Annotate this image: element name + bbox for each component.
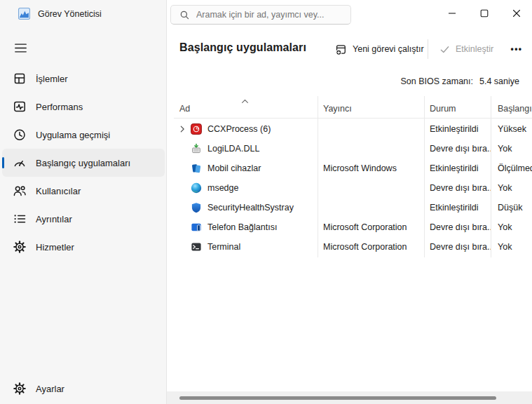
run-new-task-button[interactable]: Yeni görevi çalıştır: [328, 39, 431, 60]
impact-cell: Yok: [491, 183, 532, 193]
chevron-spacer: [177, 241, 188, 252]
table-header-row: AdYayıncıDurumBaşlangıç etkisi: [174, 96, 532, 119]
sidebar-item-label: Kullanıcılar: [36, 186, 81, 196]
table-row[interactable]: TerminalMicrosoft CorporationDevre dışı …: [174, 237, 532, 257]
app-name: Mobil cihazlar: [207, 163, 261, 173]
horizontal-scrollbar-track[interactable]: [167, 391, 532, 404]
search-input[interactable]: [196, 10, 336, 20]
app-name: SecurityHealthSystray: [207, 203, 294, 213]
close-icon: [512, 9, 521, 18]
app-name: Telefon Bağlantısı: [207, 222, 277, 232]
table-header-underline: [174, 118, 532, 119]
minimize-button[interactable]: [436, 0, 468, 27]
impact-cell: Yüksek: [491, 124, 532, 134]
app-name: Terminal: [207, 242, 240, 252]
settings-icon: [13, 382, 27, 396]
terminal-icon: [191, 241, 202, 252]
sidebar-item-users[interactable]: Kullanıcılar: [2, 177, 165, 205]
run-new-task-label: Yeni görevi çalıştır: [353, 44, 424, 54]
mobile-devices-icon: [191, 163, 202, 174]
close-button[interactable]: [500, 0, 532, 27]
table-row[interactable]: Telefon BağlantısıMicrosoft CorporationD…: [174, 217, 532, 237]
table-row[interactable]: LogiLDA.DLLDevre dışı bıra...Yok: [174, 139, 532, 159]
table-row[interactable]: CCXProcess (6)EtkinleştirildiYüksek: [174, 119, 532, 139]
column-header-publisher[interactable]: Yayıncı: [318, 104, 424, 114]
phone-link-icon: [191, 222, 202, 233]
status-cell: Etkinleştirildi: [424, 124, 491, 134]
enable-label: Etkinleştir: [456, 44, 493, 54]
sidebar-item-startup-apps[interactable]: Başlangıç uygulamaları: [2, 149, 165, 177]
publisher-cell: Microsoft Corporation: [318, 242, 424, 252]
search-box[interactable]: [170, 5, 351, 25]
app-name: CCXProcess (6): [207, 124, 271, 134]
expand-chevron-icon[interactable]: [177, 123, 188, 135]
check-icon: [439, 44, 450, 55]
sidebar-item-label: Başlangıç uygulamaları: [36, 158, 130, 168]
chevron-spacer: [177, 222, 188, 233]
sidebar-item-label: Ayrıntılar: [36, 214, 72, 224]
enable-button[interactable]: Etkinleştir: [432, 39, 500, 60]
status-cell: Etkinleştirildi: [424, 163, 491, 173]
processes-icon: [13, 72, 27, 86]
sidebar-item-label: Uygulama geçmişi: [36, 130, 110, 140]
maximize-icon: [480, 9, 489, 18]
sidebar-nav: İşlemlerPerformansUygulama geçmişiBaşlan…: [2, 65, 165, 261]
chevron-spacer: [177, 202, 188, 213]
table-row[interactable]: SecurityHealthSystrayEtkinleştirildiDüşü…: [174, 198, 532, 217]
adobe-ccx-icon: [191, 123, 202, 135]
toolbar-divider: [428, 39, 428, 59]
sidebar-item-processes[interactable]: İşlemler: [2, 65, 165, 93]
sidebar-item-app-history[interactable]: Uygulama geçmişi: [2, 121, 165, 149]
performance-icon: [13, 100, 27, 114]
table-row[interactable]: msedgeDevre dışı bıra...Yok: [174, 178, 532, 198]
name-cell: Terminal: [174, 241, 318, 252]
security-shield-icon: [191, 202, 202, 213]
edge-icon: [191, 182, 202, 194]
sort-ascending-icon: [241, 99, 249, 104]
startup-icon: [13, 156, 27, 170]
impact-cell: Düşük: [491, 203, 532, 213]
sidebar-item-label: Ayarlar: [36, 384, 64, 394]
app-title: Görev Yöneticisi: [38, 9, 102, 19]
sidebar-item-services[interactable]: Hizmetler: [2, 233, 165, 261]
publisher-cell: Microsoft Corporation: [318, 222, 424, 232]
column-header-name[interactable]: Ad: [174, 104, 318, 114]
sidebar-item-label: Hizmetler: [36, 242, 74, 252]
chevron-spacer: [177, 182, 188, 194]
app-name: msedge: [207, 183, 238, 193]
maximize-button[interactable]: [468, 0, 500, 27]
sidebar-item-performance[interactable]: Performans: [2, 93, 165, 121]
table-row[interactable]: Mobil cihazlarMicrosoft WindowsEtkinleşt…: [174, 159, 532, 178]
horizontal-scrollbar-thumb[interactable]: [179, 396, 496, 400]
details-icon: [13, 212, 27, 226]
services-icon: [13, 240, 27, 254]
sidebar-item-details[interactable]: Ayrıntılar: [2, 205, 165, 233]
page-title: Başlangıç uygulamaları: [179, 41, 306, 54]
sidebar-footer: Ayarlar: [2, 375, 165, 403]
column-header-status[interactable]: Durum: [424, 104, 491, 114]
minimize-icon: [448, 9, 456, 18]
name-cell: Mobil cihazlar: [174, 163, 318, 174]
selected-indicator: [2, 157, 4, 168]
bios-value: 5.4 saniye: [479, 76, 519, 86]
bios-label: Son BIOS zamanı:: [400, 76, 473, 86]
search-icon: [179, 10, 190, 20]
impact-cell: Yok: [491, 222, 532, 232]
publisher-cell: Microsoft Windows: [318, 163, 424, 173]
users-icon: [13, 184, 27, 198]
status-cell: Etkinleştirildi: [424, 203, 491, 213]
hamburger-icon: [14, 41, 27, 55]
status-cell: Devre dışı bıra...: [424, 222, 491, 232]
more-options-button[interactable]: •••: [504, 39, 529, 60]
name-cell: Telefon Bağlantısı: [174, 222, 318, 233]
column-header-impact[interactable]: Başlangıç etkisi: [491, 104, 532, 114]
sidebar-item-label: İşlemler: [36, 74, 68, 84]
impact-cell: Ölçülmedi: [491, 163, 532, 173]
chevron-spacer: [177, 163, 188, 174]
sidebar-item-settings[interactable]: Ayarlar: [2, 375, 165, 403]
impact-cell: Yok: [491, 144, 532, 154]
app-title-row: Görev Yöneticisi: [18, 8, 102, 20]
navigation-menu-button[interactable]: [12, 39, 29, 56]
name-cell: msedge: [174, 182, 318, 194]
status-cell: Devre dışı bıra...: [424, 183, 491, 193]
